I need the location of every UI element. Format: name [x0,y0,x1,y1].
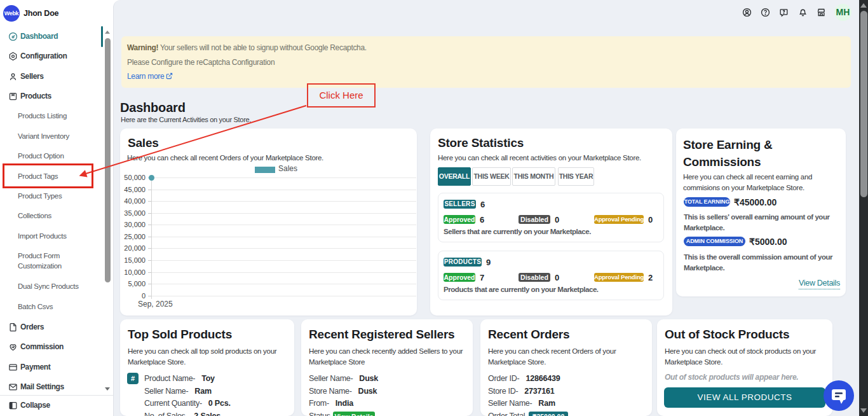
svg-text:15,000: 15,000 [124,256,146,264]
svg-text:45,000: 45,000 [124,186,146,193]
svg-text:35,000: 35,000 [124,209,146,217]
svg-text:50,000: 50,000 [124,174,146,181]
svg-text:40,000: 40,000 [124,197,146,205]
svg-text:0: 0 [142,292,146,300]
svg-text:Sep, 2025: Sep, 2025 [138,300,173,309]
svg-text:10,000: 10,000 [124,268,146,276]
svg-text:30,000: 30,000 [124,221,146,228]
svg-text:25,000: 25,000 [124,233,146,240]
svg-text:5,000: 5,000 [128,280,146,288]
svg-text:20,000: 20,000 [124,244,146,252]
